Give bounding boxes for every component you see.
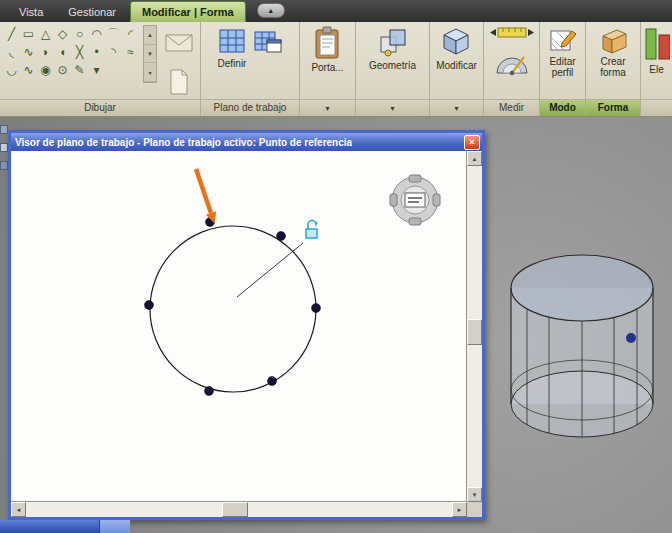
node-icon[interactable]: ⊙ [54, 61, 71, 79]
gallery-expand[interactable]: ▾ [144, 63, 156, 82]
reference-circle[interactable] [150, 226, 316, 392]
wheel-center-button[interactable] [405, 193, 425, 207]
pick-lines-icon[interactable]: ╳ [71, 43, 88, 61]
reference-point[interactable] [145, 301, 154, 310]
sheet-tool-button[interactable] [159, 24, 199, 61]
editar-perfil-button[interactable]: Editar perfil [540, 22, 585, 79]
scrollbar-corner [467, 502, 482, 517]
viewer-titlebar[interactable]: Visor de plano de trabajo - Plano de tra… [11, 133, 482, 151]
scroll-right-button[interactable]: ► [452, 502, 467, 517]
elemento-caption: Ele [649, 64, 663, 75]
panel-label-modo: Modo [540, 99, 585, 116]
circle-icon[interactable]: ○ [71, 25, 88, 43]
cylinder-profile-edge [511, 360, 653, 420]
scroll-down-button[interactable]: ▼ [467, 487, 482, 502]
panel-label-elemento [641, 99, 672, 116]
curve-icon[interactable]: ◡ [3, 61, 20, 79]
wheel-tab-top[interactable] [409, 175, 421, 182]
vertical-scroll-thumb[interactable] [467, 319, 482, 345]
drawing-area[interactable]: Visor de plano de trabajo - Plano de tra… [0, 117, 672, 533]
scroll-left-button[interactable]: ◄ [11, 502, 26, 517]
background-titlebar-segment[interactable] [0, 520, 99, 533]
freeform-spline-icon[interactable]: ≈ [122, 43, 139, 61]
inscribed-polygon-icon[interactable]: △ [37, 25, 54, 43]
panel-plano-de-trabajo: Definir Plano [201, 22, 300, 116]
draw-gallery-expand-icon[interactable]: ▾ [88, 61, 105, 79]
lock-icon [303, 219, 321, 241]
scroll-up-button[interactable]: ▲ [467, 151, 482, 166]
vertical-scroll-track[interactable] [467, 166, 482, 487]
wave-spline-icon[interactable]: ∿ [20, 61, 37, 79]
radius-line[interactable] [237, 243, 303, 297]
reference-point[interactable] [312, 304, 321, 313]
arc-through-points-icon[interactable]: ◝ [105, 43, 122, 61]
reference-point[interactable] [268, 377, 277, 386]
gallery-scroll-down[interactable]: ▼ [144, 45, 156, 64]
eye-icon[interactable]: ◉ [37, 61, 54, 79]
left-edge-icon[interactable] [0, 161, 8, 170]
panel-flyout-geometria[interactable]: ▾ [356, 99, 429, 116]
arc-center-ends-icon[interactable]: ⌒ [105, 25, 122, 43]
wheel-tab-right[interactable] [433, 194, 440, 206]
horizontal-scrollbar[interactable]: ◄ ► [11, 502, 467, 517]
close-button[interactable]: × [464, 135, 480, 150]
line-icon[interactable]: ╱ [3, 25, 20, 43]
editar-perfil-label: Editar perfil [541, 56, 584, 78]
panel-label-dibujar: Dibujar [0, 99, 200, 116]
modificar-button[interactable]: Modificar [435, 22, 478, 72]
background-titlebar-segment-light[interactable] [99, 520, 130, 533]
partial-ellipse-icon[interactable]: ◖ [54, 43, 71, 61]
arc-start-end-icon[interactable]: ◠ [88, 25, 105, 43]
point-element-icon[interactable]: • [88, 43, 105, 61]
tab-gestionar[interactable]: Gestionar [57, 2, 127, 22]
tangent-arc-icon[interactable]: ◜ [122, 25, 139, 43]
portapapeles-button[interactable]: Porta... [310, 22, 344, 74]
left-edge-toolbar [0, 125, 8, 170]
document-tool-button[interactable] [159, 63, 199, 99]
spline-icon[interactable]: ∿ [20, 43, 37, 61]
cube-icon [441, 26, 471, 58]
protractor-icon[interactable] [494, 47, 530, 77]
panel-dibujar: ╱ ▭ △ ◇ ○ ◠ ⌒ ◜ ◟ ∿ ◗ ◖ ╳ • ◝ ≈ ◡ [0, 22, 201, 116]
navigation-wheel[interactable] [389, 174, 441, 226]
chevron-down-icon: ▾ [325, 104, 329, 113]
edit-profile-icon [549, 26, 577, 54]
clipboard-icon [314, 26, 342, 60]
reference-point[interactable] [277, 232, 286, 241]
workplane-viewer-button[interactable] [252, 22, 284, 57]
elemento-button[interactable]: Ele [643, 22, 671, 76]
circumscribed-polygon-icon[interactable]: ◇ [54, 25, 71, 43]
reference-point[interactable] [205, 387, 214, 396]
workplane-viewer-icon [253, 26, 283, 56]
definir-label: Definir [218, 58, 247, 69]
geometria-button[interactable]: Geometría [368, 22, 417, 72]
model-reference-point[interactable] [626, 333, 636, 343]
tab-vista[interactable]: Vista [8, 2, 54, 22]
ribbon-collapse-button[interactable]: ▲ [257, 3, 285, 18]
definir-button[interactable]: Definir [216, 22, 248, 70]
wheel-tab-bottom[interactable] [409, 218, 421, 225]
crear-forma-button[interactable]: Crear forma [587, 22, 639, 79]
workplane-canvas[interactable] [11, 151, 467, 502]
rectangle-icon[interactable]: ▭ [20, 25, 37, 43]
workplane-grid-icon [217, 26, 247, 56]
left-edge-icon[interactable] [0, 143, 8, 152]
tab-modificar-forma[interactable]: Modificar | Forma [130, 1, 246, 22]
vertical-scrollbar[interactable]: ▲ ▼ [467, 151, 482, 502]
left-edge-icon[interactable] [0, 125, 8, 134]
panel-forma: Crear forma Forma [586, 22, 641, 116]
geometry-boxes-icon [378, 26, 408, 58]
horizontal-scroll-track[interactable] [26, 502, 452, 517]
ellipse-icon[interactable]: ◗ [37, 43, 54, 61]
panel-flyout-modificar[interactable]: ▾ [430, 99, 483, 116]
modificar-caption: Modificar [436, 60, 477, 71]
pencil-icon[interactable]: ✎ [71, 61, 88, 79]
wheel-tab-left[interactable] [390, 194, 397, 206]
horizontal-scroll-thumb[interactable] [222, 502, 248, 517]
ruler-icon[interactable] [489, 26, 535, 39]
panel-modo: Editar perfil Modo [540, 22, 586, 116]
panel-flyout-portapapeles[interactable]: ▾ [300, 99, 355, 116]
draw-tool-gallery: ╱ ▭ △ ◇ ○ ◠ ⌒ ◜ ◟ ∿ ◗ ◖ ╳ • ◝ ≈ ◡ [3, 25, 141, 79]
fillet-arc-icon[interactable]: ◟ [3, 43, 20, 61]
gallery-scroll-up[interactable]: ▲ [144, 26, 156, 45]
